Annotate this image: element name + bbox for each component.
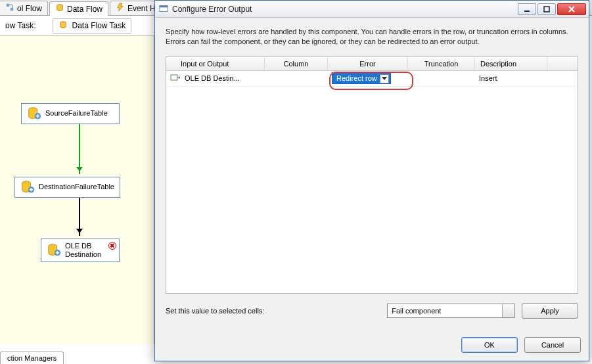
svg-rect-14 bbox=[171, 75, 177, 80]
chevron-down-icon bbox=[506, 309, 511, 315]
set-value-combo-text: Fail component bbox=[392, 307, 441, 315]
error-grid[interactable]: Input or Output Column Error Truncation … bbox=[166, 57, 578, 294]
data-flow-task-icon bbox=[58, 20, 68, 32]
db-dest-icon bbox=[20, 180, 35, 194]
cancel-button[interactable]: Cancel bbox=[524, 337, 581, 353]
tab-control-flow-label: ol Flow bbox=[17, 4, 42, 13]
svg-rect-0 bbox=[7, 4, 9, 7]
svg-rect-13 bbox=[544, 7, 549, 12]
set-value-label: Set this value to selected cells: bbox=[166, 307, 264, 315]
minimize-button[interactable] bbox=[518, 3, 536, 15]
node-destination-label: DestinationFailureTable bbox=[39, 183, 114, 191]
col-truncation[interactable]: Truncation bbox=[408, 57, 475, 70]
node-destination[interactable]: DestinationFailureTable bbox=[14, 177, 120, 198]
close-button[interactable] bbox=[557, 3, 586, 15]
titlebar[interactable]: Configure Error Output bbox=[155, 1, 589, 18]
tab-connection-managers[interactable]: ction Managers bbox=[0, 352, 64, 364]
col-error[interactable]: Error bbox=[328, 57, 408, 70]
apply-button[interactable]: Apply bbox=[522, 303, 578, 319]
arrow-green bbox=[79, 124, 80, 174]
node-source-label: SourceFailureTable bbox=[45, 109, 108, 118]
data-flow-icon bbox=[55, 3, 64, 14]
row-dest-icon bbox=[170, 72, 181, 84]
breadcrumb-label: ow Task: bbox=[5, 21, 35, 30]
chevron-down-icon[interactable] bbox=[380, 74, 389, 83]
error-dropdown[interactable]: Redirect row bbox=[332, 72, 391, 84]
configure-error-output-dialog: Configure Error Output Specify how row-l… bbox=[154, 0, 589, 361]
ok-button[interactable]: OK bbox=[461, 337, 518, 353]
set-value-combo[interactable]: Fail component bbox=[387, 304, 515, 318]
table-row[interactable]: OLE DB Destin... Redirect row Insert bbox=[166, 71, 578, 87]
control-flow-icon bbox=[5, 3, 14, 14]
event-handlers-icon bbox=[116, 3, 125, 14]
tab-data-flow-label: Data Flow bbox=[67, 5, 102, 14]
node-oledb-destination[interactable]: OLE DB Destination ✖ bbox=[41, 239, 120, 262]
tab-data-flow[interactable]: Data Flow bbox=[49, 1, 108, 16]
maximize-button[interactable] bbox=[537, 3, 556, 15]
row-description: Insert bbox=[475, 74, 547, 82]
grid-header: Input or Output Column Error Truncation … bbox=[166, 57, 578, 71]
error-badge-icon: ✖ bbox=[108, 242, 116, 250]
error-dropdown-value: Redirect row bbox=[336, 74, 377, 82]
col-description[interactable]: Description bbox=[475, 57, 547, 70]
dialog-title: Configure Error Output bbox=[172, 5, 516, 14]
db-oledb-icon bbox=[47, 243, 61, 258]
db-source-icon bbox=[27, 106, 41, 121]
tab-control-flow[interactable]: ol Flow bbox=[0, 1, 48, 15]
row-error-cell[interactable]: Redirect row bbox=[328, 72, 408, 84]
col-input-output[interactable]: Input or Output bbox=[166, 57, 265, 70]
row-name: OLE DB Destin... bbox=[185, 74, 240, 82]
node-source[interactable]: SourceFailureTable bbox=[21, 103, 120, 124]
arrow-black bbox=[79, 198, 80, 236]
task-name: Data Flow Task bbox=[72, 21, 125, 30]
design-canvas[interactable]: SourceFailureTable DestinationFailureTab… bbox=[0, 35, 154, 344]
col-column[interactable]: Column bbox=[265, 57, 328, 70]
task-selector[interactable]: Data Flow Task bbox=[53, 18, 131, 34]
node-oledb-label: OLE DB Destination bbox=[65, 242, 101, 259]
dialog-description: Specify how row-level errors are handled… bbox=[166, 27, 578, 47]
connection-managers-label: ction Managers bbox=[7, 354, 57, 362]
svg-rect-11 bbox=[160, 5, 168, 7]
svg-rect-1 bbox=[11, 8, 13, 11]
dialog-app-icon bbox=[159, 4, 170, 14]
